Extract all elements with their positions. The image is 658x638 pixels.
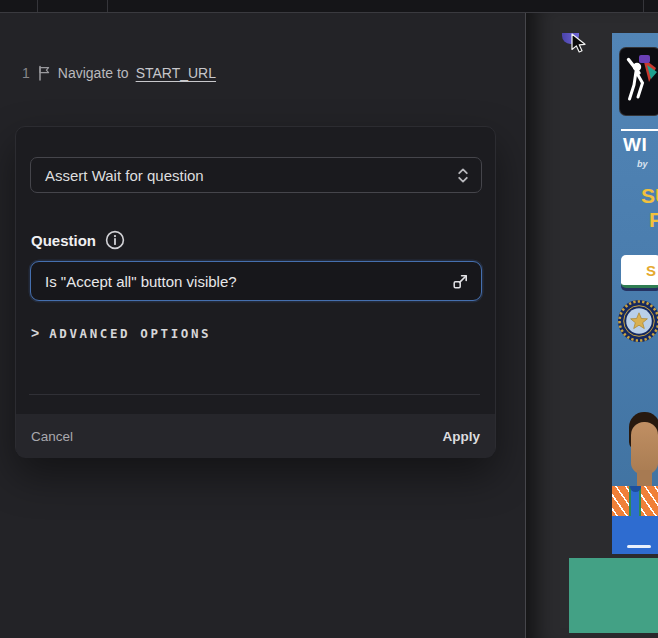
start-url-link[interactable]: START_URL bbox=[136, 65, 216, 81]
topbar-divider bbox=[107, 0, 108, 12]
advanced-options-label: ADVANCED OPTIONS bbox=[49, 326, 211, 341]
cancel-button[interactable]: Cancel bbox=[31, 429, 73, 444]
jersey-shoulder-stripes bbox=[612, 486, 631, 516]
apply-button[interactable]: Apply bbox=[442, 429, 480, 444]
card-footer: Cancel Apply bbox=[16, 414, 495, 458]
step-list-item[interactable]: 1 Navigate to START_URL bbox=[22, 63, 216, 83]
card-divider bbox=[29, 394, 480, 395]
question-label: Question bbox=[31, 232, 96, 249]
step-editor-panel: 1 Navigate to START_URL Assert Wait for … bbox=[0, 13, 525, 638]
site-cta-button[interactable]: S bbox=[621, 255, 658, 288]
info-icon[interactable] bbox=[105, 230, 125, 250]
flag-icon bbox=[37, 65, 51, 81]
site-logo-box bbox=[619, 47, 658, 116]
window-top-bar bbox=[0, 0, 658, 13]
question-input-wrap bbox=[30, 261, 482, 301]
site-fine-print bbox=[627, 545, 651, 548]
site-promo-text: SU bbox=[641, 184, 658, 208]
site-cta-label: S bbox=[646, 262, 656, 279]
site-byline: by bbox=[637, 159, 648, 169]
question-label-row: Question bbox=[31, 230, 125, 250]
question-input[interactable] bbox=[45, 273, 444, 290]
browser-preview-panel[interactable]: WI by SU F S bbox=[526, 13, 658, 638]
action-type-select[interactable]: Assert Wait for question bbox=[30, 157, 482, 193]
site-screenshot[interactable]: WI by SU F S bbox=[612, 33, 658, 554]
topbar-divider bbox=[643, 0, 644, 12]
site-headline: WI bbox=[623, 134, 647, 156]
batsman-logo-icon bbox=[623, 52, 658, 114]
chevron-right-icon: > bbox=[31, 326, 39, 340]
panel-divider bbox=[525, 12, 526, 638]
cursor-icon bbox=[571, 33, 589, 59]
site-divider-rule bbox=[621, 129, 658, 131]
site-promo-text: F bbox=[649, 208, 658, 232]
jersey-shoulder-stripes bbox=[639, 486, 658, 516]
assert-step-card: Assert Wait for question Question bbox=[15, 126, 496, 457]
site-cookie-banner-fragment bbox=[569, 558, 658, 633]
expand-icon[interactable] bbox=[452, 273, 469, 290]
step-number: 1 bbox=[22, 65, 30, 81]
step-label: Navigate to bbox=[58, 65, 129, 81]
click-indicator bbox=[562, 33, 579, 44]
player-photo bbox=[631, 422, 658, 474]
select-chevron-icon bbox=[457, 167, 469, 184]
cursor-overlay bbox=[562, 32, 594, 66]
action-type-value: Assert Wait for question bbox=[45, 167, 204, 184]
topbar-divider bbox=[37, 0, 38, 12]
advanced-options-toggle[interactable]: > ADVANCED OPTIONS bbox=[31, 326, 211, 341]
bcci-emblem-icon bbox=[617, 299, 658, 347]
player-jersey bbox=[612, 486, 658, 554]
